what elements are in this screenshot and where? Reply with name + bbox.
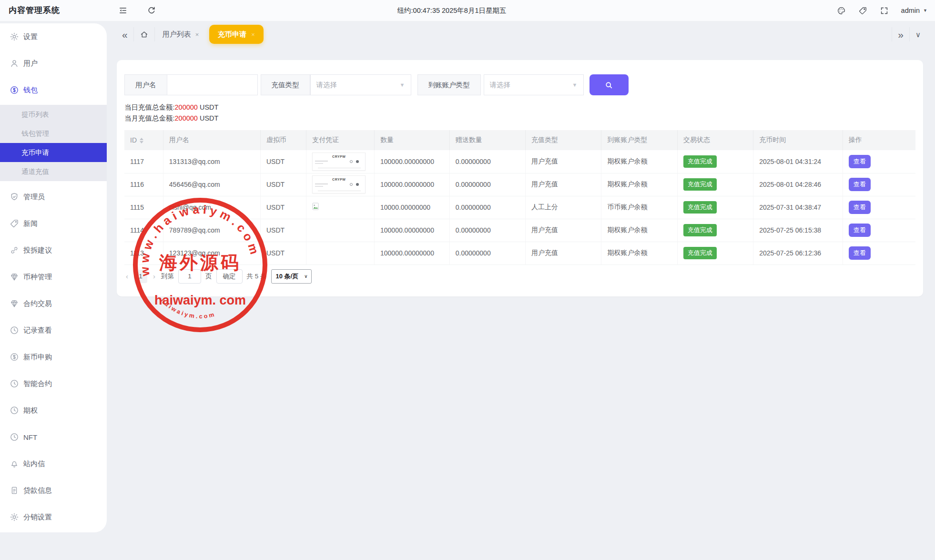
cell-username: 456456@qq.com [163,173,260,196]
select-placeholder: 请选择 [490,81,511,90]
view-button[interactable]: 查看 [849,246,871,260]
account-type-select[interactable]: 请选择 ▼ [484,74,584,95]
sidebar-subitem-label: 提币列表 [21,110,49,119]
sidebar-item[interactable]: 期权 [0,397,107,424]
sidebar-item[interactable]: 设置 [0,23,107,50]
sidebar-item[interactable]: 新币申购 [0,344,107,370]
top-header: 内容管理系统 纽约:00:47:35 2025年8月1日星期五 admin ▼ [0,0,935,21]
search-button[interactable] [589,74,629,95]
cell-username: 131313@qq.com [163,150,260,173]
col-amount: 数量 [375,130,450,150]
chevron-down-icon: ∨ [304,274,307,279]
chevron-down-icon: ∨ [915,31,921,38]
tab-label: 充币申请 [218,30,246,39]
col-status: 交易状态 [677,130,753,150]
cell-recharge-type: 用户充值 [526,150,601,173]
next-page-button[interactable]: › [152,272,157,280]
refresh-icon[interactable] [147,6,156,15]
sidebar-subitem[interactable]: 通道充值 [0,162,107,181]
username-filter-label: 用户名 [124,74,167,95]
view-button[interactable]: 查看 [849,201,871,214]
cell-proof [306,219,375,242]
sidebar-item-label: 智能合约 [23,379,52,388]
confirm-button[interactable]: 确定 [216,269,243,284]
sidebar-item[interactable]: NFT [0,424,107,450]
tabs-expand-button[interactable]: » [892,21,909,48]
tag-icon[interactable] [858,6,867,15]
page-size-label: 10 条/页 [276,272,299,281]
sidebar-item-label: 期权 [23,406,38,415]
sidebar-item[interactable]: 币种管理 [0,264,107,290]
menu-fold-icon[interactable] [118,6,128,15]
sidebar-item[interactable]: 投拆建议 [0,237,107,264]
payment-proof-thumbnail[interactable]: CRYPW [312,153,366,171]
cell-coin: USDT [261,242,306,265]
cell-id: 1114 [124,219,163,242]
cell-time: 2025-07-31 04:38:47 [753,196,843,219]
sidebar-lower-group: 管理员 新闻 投拆建议 币种管理 [0,183,107,530]
cell-id: 1116 [124,173,163,196]
sidebar-item[interactable]: 分销设置 [0,504,107,530]
pagination: ‹ 1 › 到第 页 确定 共 5 条 10 条/页 ∨ [124,269,915,284]
gem-icon [10,272,19,282]
prev-page-button[interactable]: ‹ [124,272,130,280]
recharge-summary: 当日充值总金额:200000 USDT 当月充值总金额:200000 USDT [124,102,915,124]
home-tab-button[interactable] [134,21,154,48]
cell-action: 查看 [843,219,915,242]
total-count-label: 共 5 条 [247,272,267,281]
tab-recharge-request[interactable]: 充币申请 × [209,25,264,44]
sidebar-item[interactable]: 合约交易 [0,290,107,317]
cell-amount: 10000.00000000 [375,196,450,219]
page-size-select[interactable]: 10 条/页 ∨ [271,269,312,284]
monthly-total-amount: 200000 [175,114,198,122]
sidebar-item-label: 分销设置 [23,513,52,522]
payment-proof-thumbnail[interactable]: CRYPW [312,175,366,193]
view-button[interactable]: 查看 [849,178,871,191]
col-id[interactable]: ID [124,130,163,150]
cell-username: 123123@qq.com [163,242,260,265]
cell-id: 1115 [124,196,163,219]
status-badge: 充值完成 [683,247,717,259]
sidebar-item-label: 贷款信息 [23,486,52,495]
cell-amount: 100000.00000000 [375,219,450,242]
sidebar-item[interactable]: 用户 [0,50,107,77]
sidebar-subitem[interactable]: 充币申请 [0,143,107,162]
sidebar-item[interactable]: 智能合约 [0,370,107,397]
sidebar-item[interactable]: 管理员 [0,183,107,210]
sidebar-item[interactable]: 站内信 [0,450,107,477]
tabs-collapse-button[interactable]: « [116,21,133,48]
view-button[interactable]: 查看 [849,155,871,168]
tabs-menu-button[interactable]: ∨ [910,21,926,48]
dollar-circle-icon [10,352,19,362]
sidebar-item-label: 钱包 [23,86,38,95]
sidebar-item[interactable]: 贷款信息 [0,477,107,504]
close-icon[interactable]: × [195,31,199,38]
cell-coin: USDT [261,173,306,196]
cell-coin: USDT [261,196,306,219]
col-account-type: 到账账户类型 [601,130,677,150]
cell-coin: USDT [261,150,306,173]
cell-recharge-type: 用户充值 [526,219,601,242]
cell-action: 查看 [843,150,915,173]
sidebar-subitem[interactable]: 提币列表 [0,105,107,124]
fullscreen-icon[interactable] [880,6,889,15]
view-button[interactable]: 查看 [849,224,871,237]
page-number[interactable]: 1 [134,270,147,283]
sidebar-item[interactable]: 新闻 [0,210,107,237]
cell-username: 789789@qq.com [163,219,260,242]
username-filter-input[interactable] [167,74,258,95]
sidebar-subitem[interactable]: 钱包管理 [0,124,107,143]
sidebar-item[interactable]: 记录查看 [0,317,107,344]
user-menu[interactable]: admin ▼ [901,7,927,14]
cell-status: 充值完成 [677,173,753,196]
recharge-type-select[interactable]: 请选择 ▼ [310,74,411,95]
close-icon[interactable]: × [251,31,255,38]
search-icon [604,81,613,90]
tab-user-list[interactable]: 用户列表 × [155,21,207,48]
jump-page-input[interactable] [178,269,201,284]
palette-icon[interactable] [837,6,846,15]
sort-icon[interactable] [140,138,143,143]
sidebar-item-wallet[interactable]: 钱包 [0,77,107,103]
headset-icon [350,183,353,186]
recharge-type-filter-label: 充值类型 [261,74,310,95]
